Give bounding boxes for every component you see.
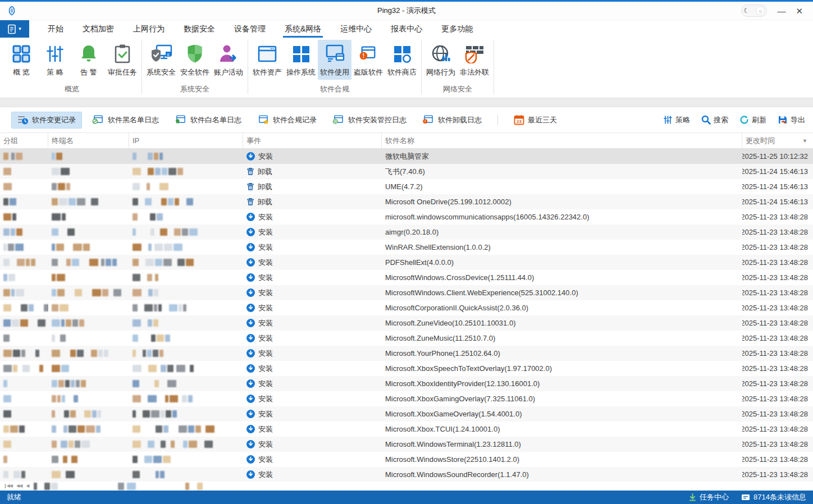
table-row[interactable]: 安装Microsoft.WindowsSoundRecorder(1.1.47.… <box>0 467 813 482</box>
toolbar: 软件变更记录软件黑名单日志软件白名单日志软件合规记录软件安装管控日志!软件卸载日… <box>0 107 813 133</box>
ribbon-item-account-activity[interactable]: 账户活动 <box>212 40 245 80</box>
redacted-content <box>3 319 45 327</box>
ribbon-item-operating-system[interactable]: 操作系统 <box>284 40 318 80</box>
table-row[interactable]: 安装MicrosoftWindows.Client.WebExperience(… <box>0 285 813 300</box>
firewall-shield-icon <box>464 44 485 63</box>
cell-ip <box>129 452 243 467</box>
menu-tab-device-mgmt[interactable]: 设备管理 <box>225 20 275 38</box>
app-menu-button[interactable]: ▼ <box>0 20 29 38</box>
cell-event: 安装 <box>243 467 382 482</box>
ribbon-item-software-asset[interactable]: 软件资产 <box>250 40 284 80</box>
table-row[interactable]: 安装Microsoft.XboxIdentityProvider(12.130.… <box>0 376 813 391</box>
close-button[interactable]: ✕ <box>796 7 803 15</box>
table-row[interactable]: 安装Microsoft.XboxGameOverlay(1.54.4001.0)… <box>0 406 813 421</box>
ribbon-item-policy[interactable]: 策 略 <box>38 40 72 80</box>
theme-toggle[interactable]: ☾ ☼ <box>741 4 767 17</box>
cell-group <box>0 224 48 240</box>
log-tab-software-change-log[interactable]: 软件变更记录 <box>11 112 82 129</box>
column-header-ip[interactable]: IP <box>129 133 243 148</box>
column-header-software[interactable]: 软件名称 <box>382 133 742 148</box>
table-row[interactable]: 安装Microsoft.WindowsStore(22510.1401.2.0)… <box>0 452 813 467</box>
ribbon-item-pirated-software[interactable]: !盗版软件 <box>351 40 385 80</box>
table-row[interactable]: 安装WinRAR.ShellExtension(1.0.0.2)2025-11-… <box>0 240 813 255</box>
ribbon-group-2: 软件资产操作系统软件使用!盗版软件软件商店软件合规 <box>249 38 420 98</box>
unread-messages-button[interactable]: 8714条未读信息 <box>741 492 806 502</box>
ribbon-item-approval-tasks[interactable]: 审批任务 <box>106 40 139 80</box>
policy-button[interactable]: 策略 <box>663 115 690 125</box>
redacted-content <box>185 483 203 490</box>
log-view-tabs: 软件变更记录软件黑名单日志软件白名单日志软件合规记录软件安装管控日志!软件卸载日… <box>11 112 563 129</box>
cell-host <box>48 452 129 467</box>
menu-tab-data-security[interactable]: 数据安全 <box>174 20 225 38</box>
pager-arrows[interactable]: ❙◀◀◀◀◀ <box>0 482 29 488</box>
ribbon-item-system-security[interactable]: 6系统安全 <box>144 40 178 80</box>
table-row[interactable]: 安装微软电脑管家2025-11-25 10:12:32 <box>0 149 813 164</box>
ribbon-item-label: 系统安全 <box>147 67 176 80</box>
cell-software-name: WinRAR.ShellExtension(1.0.0.2) <box>382 240 742 255</box>
log-tab-install-control-log[interactable]: 软件安装管控日志 <box>327 112 412 129</box>
cell-event: 安装 <box>243 452 382 467</box>
table-row[interactable]: 安装microsoft.windowscommunicationsapps(16… <box>0 209 813 224</box>
sort-caret-icon[interactable]: ▼ <box>802 138 807 144</box>
ribbon-item-security-software[interactable]: 安全软件 <box>178 40 212 80</box>
menu-tab-report-center[interactable]: 报表中心 <box>381 20 432 38</box>
table-row[interactable]: 安装Microsoft.ZuneVideo(10.25101.10031.0)2… <box>0 315 813 331</box>
policy-sliders-icon <box>45 44 65 63</box>
cell-event: 安装 <box>243 406 382 421</box>
partial-row-strip: ❙◀◀◀◀◀ <box>0 482 813 491</box>
menu-tab-start[interactable]: 开始 <box>38 20 73 38</box>
task-center-button[interactable]: 任务中心 <box>689 492 729 502</box>
export-button[interactable]: 导出 <box>778 115 805 125</box>
table-row[interactable]: 安装Microsoft.Xbox.TCUI(1.24.10001.0)2025-… <box>0 421 813 437</box>
column-header-host[interactable]: 终端名 <box>48 133 129 148</box>
table-row[interactable]: 卸载UME(4.7.2)2025-11-24 15:46:13 <box>0 179 813 194</box>
table-row[interactable]: 安装MicrosoftWindows.CrossDevice(1.25111.4… <box>0 270 813 285</box>
install-icon <box>246 440 255 448</box>
ribbon-item-illegal-connection[interactable]: 非法外联 <box>458 40 491 80</box>
system-security-icon: 6 <box>150 44 172 64</box>
event-label: 安装 <box>258 242 273 253</box>
search-button[interactable]: 搜索 <box>701 115 728 125</box>
menu-tab-ops-center[interactable]: 运维中心 <box>331 20 381 38</box>
window-alert-icon: ! <box>422 114 435 126</box>
menu-tab-more-features[interactable]: 更多功能 <box>432 20 482 38</box>
log-tab-uninstall-log[interactable]: !软件卸载日志 <box>417 112 487 129</box>
ribbon-item-software-store[interactable]: 软件商店 <box>385 40 419 80</box>
column-header-event[interactable]: 事件 <box>243 133 382 148</box>
table-row[interactable]: 卸载飞书(7.40.6)2025-11-24 15:46:13 <box>0 164 813 179</box>
menu-tab-web-behavior[interactable]: 上网行为 <box>124 20 174 38</box>
ribbon-item-overview[interactable]: 概 览 <box>4 40 38 80</box>
log-tab-blacklist-log[interactable]: 软件黑名单日志 <box>86 112 165 129</box>
refresh-button[interactable]: 刷新 <box>739 115 766 125</box>
ribbon-item-software-usage[interactable]: 软件使用 <box>318 40 351 80</box>
cell-group <box>0 437 48 452</box>
ribbon-item-network-behavior[interactable]: 网络行为 <box>424 40 458 80</box>
table-row[interactable]: 安装aimgr(0.20.18.0)2025-11-23 13:48:28 <box>0 224 813 240</box>
install-icon <box>246 258 255 267</box>
table-row[interactable]: 安装Microsoft.XboxGamingOverlay(7.325.1106… <box>0 391 813 406</box>
table-row[interactable]: 安装Microsoft.XboxSpeechToTextOverlay(1.97… <box>0 361 813 376</box>
cell-change-time: 2025-11-23 13:48:28 <box>742 209 813 224</box>
log-tab-compliance-log[interactable]: 软件合规记录 <box>252 112 322 129</box>
minimize-button[interactable]: — <box>777 7 785 15</box>
column-header-group[interactable]: 分组 <box>0 133 48 148</box>
table-row[interactable]: 安装Microsoft.ZuneMusic(11.2510.7.0)2025-1… <box>0 331 813 346</box>
column-header-time[interactable]: 更改时间▼ <box>742 133 813 148</box>
log-tab-whitelist-log[interactable]: 软件白名单日志 <box>169 112 247 129</box>
svg-text:!: ! <box>363 53 364 59</box>
cell-change-time: 2025-11-24 15:46:13 <box>742 194 813 209</box>
install-icon <box>246 152 255 161</box>
table-row[interactable]: 卸载Microsoft OneDrive(25.199.1012.0002)20… <box>0 194 813 209</box>
cell-software-name: Microsoft OneDrive(25.199.1012.0002) <box>382 194 742 209</box>
table-row[interactable]: 安装PDFShellExt(4.0.0.0)2025-11-23 13:48:2… <box>0 255 813 270</box>
table-row[interactable]: 安装Microsoft.YourPhone(1.25102.64.0)2025-… <box>0 346 813 361</box>
status-text: 就绪 <box>7 492 21 502</box>
ribbon-item-alerts[interactable]: 告 警 <box>72 40 106 80</box>
ribbon-item-label: 软件资产 <box>253 67 282 80</box>
menu-tab-system-network[interactable]: 系统&网络 <box>275 20 331 38</box>
menu-tab-doc-encrypt[interactable]: 文档加密 <box>73 20 124 38</box>
table-row[interactable]: 安装Microsoft.WindowsTerminal(1.23.12811.0… <box>0 437 813 452</box>
event-label: 卸载 <box>258 182 272 192</box>
table-row[interactable]: 安装MicrosoftCorporationII.QuickAssist(2.0… <box>0 300 813 315</box>
date-range-filter[interactable]: 23最近三天 <box>508 112 563 128</box>
